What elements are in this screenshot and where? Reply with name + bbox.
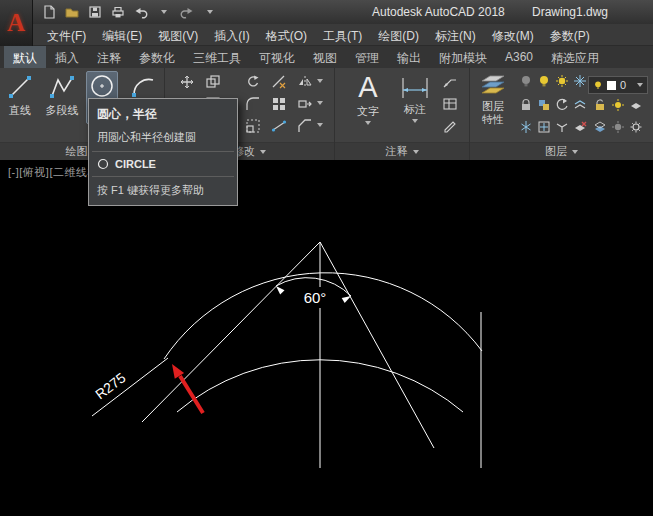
chevron-down-icon[interactable] (317, 79, 323, 83)
autocad-window: Autodesk AutoCAD 2018 Drawing1.dwg A 文件(… (0, 0, 653, 516)
tab-3d-tools[interactable]: 三维工具 (184, 46, 250, 68)
rotate2-tool-button[interactable] (269, 116, 289, 136)
polyline-tool-button[interactable]: 多段线 (40, 71, 84, 118)
layer-vpfreeze-button[interactable] (534, 117, 554, 137)
stretch-tool-button[interactable] (295, 94, 315, 114)
text-tool-button[interactable]: A 文字 (347, 70, 389, 125)
tab-home[interactable]: 默认 (4, 46, 46, 68)
tab-annotate[interactable]: 注释 (88, 46, 130, 68)
layer-state-icon (629, 98, 643, 112)
tab-insert[interactable]: 插入 (46, 46, 88, 68)
layer-off-button[interactable] (516, 71, 536, 91)
layer-freeze2-button[interactable] (516, 117, 536, 137)
tab-parametric[interactable]: 参数化 (130, 46, 184, 68)
redo-button[interactable] (177, 2, 197, 21)
new-file-icon (41, 4, 57, 20)
layer-copy-button[interactable] (590, 117, 610, 137)
layer-thaw-button[interactable] (608, 95, 628, 115)
layer-color-swatch (607, 81, 616, 90)
panel-label-layers[interactable]: 图层 (470, 142, 653, 160)
application-menu-button[interactable]: A (0, 0, 33, 46)
line-tool-button[interactable]: 直线 (2, 71, 38, 118)
layer-match-button[interactable] (534, 95, 554, 115)
left-ray-line[interactable] (142, 242, 320, 422)
layer-isolate-button[interactable] (552, 71, 572, 91)
layer-settings-button[interactable] (626, 117, 646, 137)
tab-view[interactable]: 视图 (304, 46, 346, 68)
undo-button[interactable] (131, 2, 151, 21)
chevron-down-icon (260, 150, 266, 154)
panel-label-annotate[interactable]: 注释 (335, 142, 469, 160)
menu-tools[interactable]: 工具(T) (315, 24, 370, 45)
menu-edit[interactable]: 编辑(E) (94, 24, 150, 45)
chevron-down-icon (637, 83, 643, 87)
text-tool-label: 文字 (357, 104, 379, 119)
trim-tool-button[interactable] (269, 72, 289, 92)
tab-manage[interactable]: 管理 (346, 46, 388, 68)
layer-delete-button[interactable] (570, 117, 590, 137)
markup-icon (442, 118, 458, 134)
drawing-canvas[interactable]: 60° R275 [-][俯视][二维线框] (0, 160, 653, 516)
rotate-tool-button[interactable] (243, 72, 263, 92)
menu-dimension[interactable]: 标注(N) (427, 24, 484, 45)
dimension-tool-button[interactable]: 标注 (393, 74, 437, 123)
mirror-tool-button[interactable] (295, 72, 315, 92)
trim-icon (271, 74, 287, 90)
fillet-icon (245, 96, 261, 112)
menu-draw[interactable]: 绘图(D) (370, 24, 427, 45)
new-file-button[interactable] (39, 2, 59, 21)
quick-access-toolbar (39, 2, 220, 21)
menu-modify[interactable]: 修改(M) (484, 24, 542, 45)
tooltip-title: 圆心，半径 (97, 106, 229, 123)
menu-format[interactable]: 格式(O) (258, 24, 315, 45)
layer-properties-label: 图层 特性 (482, 100, 504, 126)
tab-visualize[interactable]: 可视化 (250, 46, 304, 68)
menu-view[interactable]: 视图(V) (150, 24, 206, 45)
layer-dropdown[interactable]: 0 (588, 76, 648, 94)
qat-customize-button[interactable] (200, 2, 220, 21)
chevron-down-icon[interactable] (317, 123, 323, 127)
layer-iso-off-button[interactable] (608, 117, 628, 137)
layer-merge-button[interactable] (552, 117, 572, 137)
plot-button[interactable] (108, 2, 128, 21)
leader-tool-button[interactable] (440, 72, 460, 92)
layer-prev-button[interactable] (552, 95, 572, 115)
layer-on-button[interactable] (534, 71, 554, 91)
save-button[interactable] (85, 2, 105, 21)
tab-featured-apps[interactable]: 精选应用 (542, 46, 608, 68)
line-icon (6, 73, 34, 101)
layer-unlock-button[interactable] (590, 95, 610, 115)
undo-icon (133, 4, 149, 20)
undo-dropdown-button[interactable] (154, 2, 174, 21)
chamfer-tool-button[interactable] (295, 116, 315, 136)
menu-parametric[interactable]: 参数(P) (542, 24, 598, 45)
menu-file[interactable]: 文件(F) (39, 24, 94, 45)
tab-addins[interactable]: 附加模块 (430, 46, 496, 68)
menu-insert[interactable]: 插入(I) (206, 24, 257, 45)
tab-output[interactable]: 输出 (388, 46, 430, 68)
layer-state-button[interactable] (626, 95, 646, 115)
copy-icon (205, 74, 221, 90)
array-tool-button[interactable] (269, 94, 289, 114)
ribbon-tab-bar: 默认 插入 注释 参数化 三维工具 可视化 视图 管理 输出 附加模块 A360… (0, 46, 653, 68)
layer-properties-button[interactable]: 图层 特性 (474, 70, 512, 126)
layer-walk-button[interactable] (570, 95, 590, 115)
tab-a360[interactable]: A360 (496, 46, 542, 68)
chevron-down-icon (365, 121, 371, 125)
move-tool-button[interactable] (177, 72, 197, 92)
table-tool-button[interactable] (440, 94, 460, 114)
open-file-button[interactable] (62, 2, 82, 21)
layer-lock-button[interactable] (516, 95, 536, 115)
scale-tool-button[interactable] (243, 116, 263, 136)
viewport-freeze-icon (537, 120, 551, 134)
chevron-down-icon[interactable] (317, 101, 323, 105)
outer-arc[interactable] (164, 273, 482, 359)
fillet-tool-button[interactable] (243, 94, 263, 114)
measure-icon (271, 118, 287, 134)
scale-icon (245, 118, 261, 134)
lightbulb-off-icon (519, 74, 533, 88)
copy-tool-button[interactable] (203, 72, 223, 92)
unlock-icon (593, 98, 607, 112)
layer-freeze-button[interactable] (570, 71, 590, 91)
markup-tool-button[interactable] (440, 116, 460, 136)
